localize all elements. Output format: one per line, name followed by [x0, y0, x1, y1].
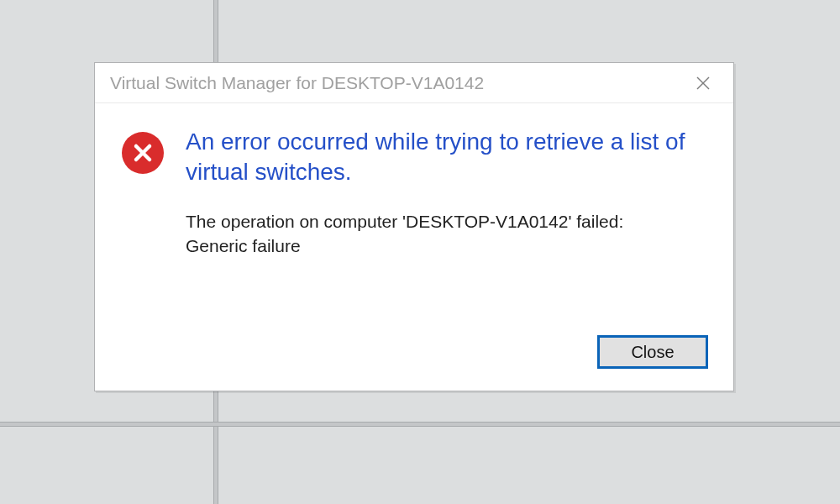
titlebar-close-button[interactable] [685, 67, 722, 99]
dialog-content: An error occurred while trying to retrie… [95, 103, 733, 276]
dialog-button-row: Close [597, 335, 708, 369]
dialog-title: Virtual Switch Manager for DESKTOP-V1A01… [110, 73, 484, 93]
dialog-titlebar: Virtual Switch Manager for DESKTOP-V1A01… [95, 63, 733, 103]
close-button[interactable]: Close [597, 335, 708, 369]
x-icon [131, 141, 155, 165]
error-icon [122, 132, 164, 174]
error-headline: An error occurred while trying to retrie… [186, 127, 700, 187]
background-divider-horizontal [0, 422, 840, 427]
close-icon [695, 75, 711, 92]
error-details: The operation on computer 'DESKTOP-V1A01… [186, 209, 690, 260]
message-block: An error occurred while trying to retrie… [186, 127, 700, 259]
error-dialog: Virtual Switch Manager for DESKTOP-V1A01… [94, 62, 734, 391]
